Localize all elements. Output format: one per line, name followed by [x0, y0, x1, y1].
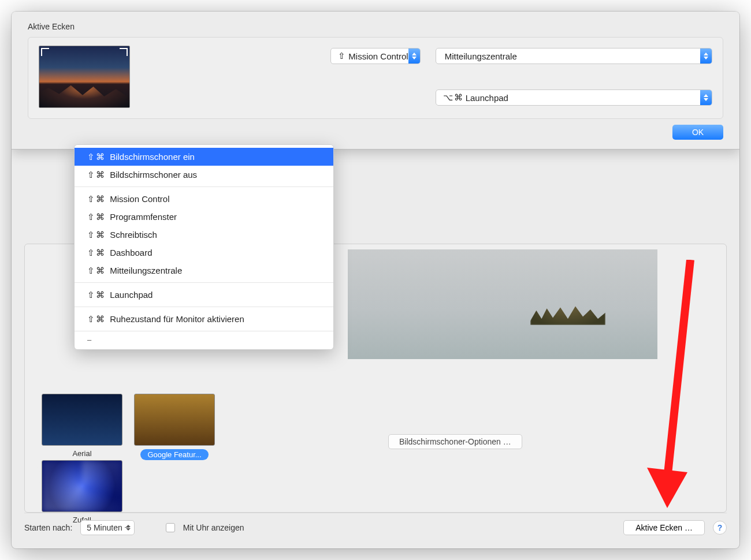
hot-corners-button[interactable]: Aktive Ecken … [623, 520, 705, 535]
stepper-icon [700, 48, 712, 64]
corner-top-left-select[interactable]: ⇧ Mission Control [330, 48, 420, 64]
menu-item-none[interactable]: – [75, 334, 333, 346]
screensaver-label-selected: Google Featur... [140, 449, 208, 460]
preferences-window: Schreibtisch & Bildschirmschoner Suchen … [12, 12, 739, 548]
menu-item[interactable]: ⇧⌘ Schreibtisch [75, 226, 333, 244]
screensaver-thumbnail [42, 394, 122, 446]
corner-indicator-icon [41, 98, 49, 106]
show-clock-label: Mit Uhr anzeigen [183, 523, 244, 532]
menu-separator [75, 307, 333, 307]
corner-indicator-icon [120, 48, 128, 56]
screensaver-label: Aerial [42, 449, 122, 458]
menu-item[interactable]: ⇧⌘ Bildschirmschoner ein [75, 148, 333, 166]
menu-separator [75, 186, 333, 187]
menu-item[interactable]: ⇧⌘ Ruhezustand für Monitor aktivieren [75, 310, 333, 328]
start-after-label: Starten nach: [24, 523, 72, 532]
sheet-title: Aktive Ecken [12, 12, 739, 33]
menu-separator [75, 331, 333, 331]
help-button[interactable]: ? [713, 521, 727, 535]
hot-corners-sheet: Aktive Ecken ⇧ Mission Control Mitteilun… [12, 12, 739, 150]
screensaver-thumbnail [134, 394, 215, 446]
menu-item[interactable]: ⇧⌘ Mission Control [75, 190, 333, 208]
corner-indicator-icon [41, 48, 49, 56]
corner-bottom-right-select[interactable]: ⌥⌘ Launchpad [436, 89, 712, 106]
start-after-select[interactable]: 5 Minuten [80, 520, 134, 535]
menu-item[interactable]: ⇧⌘ Bildschirmschoner aus [75, 166, 333, 184]
stepper-icon [408, 48, 420, 64]
corner-top-left-value: Mission Control [348, 51, 408, 61]
show-clock-checkbox[interactable] [166, 523, 175, 532]
bottom-toolbar: Starten nach: 5 Minuten Mit Uhr anzeigen… [24, 513, 727, 536]
stepper-icon [700, 90, 712, 105]
menu-item[interactable]: ⇧⌘ Mitteilungszentrale [75, 262, 333, 279]
screensaver-item-google[interactable]: Google Featur... [134, 394, 215, 460]
screensaver-thumbnail [42, 460, 122, 512]
menu-separator [75, 282, 333, 283]
stepper-icon [126, 525, 131, 531]
corner-bottom-right-value: Launchpad [466, 93, 508, 103]
modifier-symbol: ⌥⌘ [443, 92, 466, 103]
corner-top-right-value: Mitteilungszentrale [445, 51, 517, 61]
corner-action-menu: ⇧⌘ Bildschirmschoner ein ⇧⌘ Bildschirmsc… [74, 144, 334, 350]
modifier-symbol: ⇧ [338, 51, 348, 61]
screensaver-preview [348, 249, 657, 359]
desktop-thumbnail [39, 46, 130, 108]
start-after-value: 5 Minuten [87, 523, 122, 532]
screensaver-options-button[interactable]: Bildschirmschoner-Optionen … [388, 434, 522, 449]
screensaver-item-aerial[interactable]: Aerial [42, 394, 122, 460]
menu-item[interactable]: ⇧⌘ Launchpad [75, 286, 333, 304]
menu-item[interactable]: ⇧⌘ Programmfenster [75, 208, 333, 226]
ok-button[interactable]: OK [672, 125, 723, 140]
corner-top-right-select[interactable]: Mitteilungszentrale [436, 48, 712, 64]
corner-indicator-icon [120, 98, 128, 106]
menu-item[interactable]: ⇧⌘ Dashboard [75, 244, 333, 262]
